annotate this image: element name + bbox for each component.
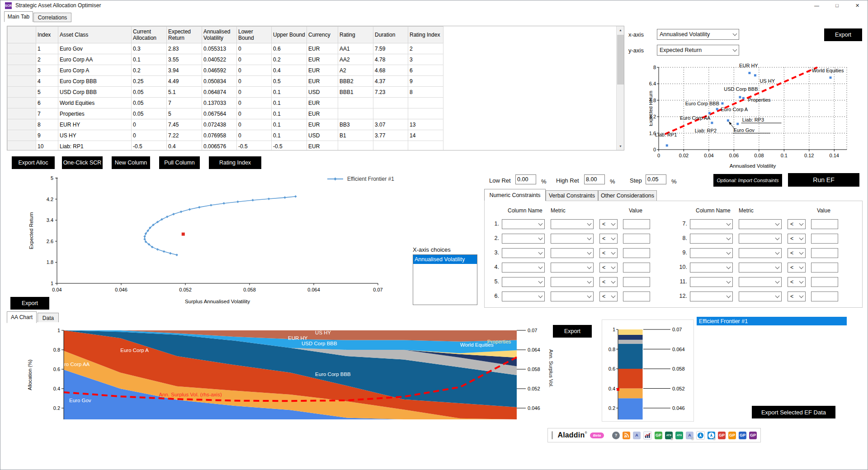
atx-icon[interactable]: ATX — [675, 432, 683, 439]
table-cell[interactable]: 7.59 — [373, 43, 408, 54]
gp-blue-icon[interactable]: GP — [739, 432, 746, 439]
table-cell[interactable] — [408, 108, 443, 119]
table-cell[interactable] — [338, 108, 373, 119]
row-header[interactable] — [8, 76, 36, 87]
gp-red-icon[interactable]: GP — [718, 432, 726, 439]
table-cell[interactable]: 0.4 — [167, 141, 202, 151]
operator-select[interactable]: < — [599, 234, 618, 244]
table-cell[interactable]: 2 — [408, 43, 443, 54]
table-cell[interactable]: 14 — [408, 130, 443, 141]
table-cell[interactable]: 0 — [237, 108, 272, 119]
column-name-select[interactable] — [502, 234, 545, 244]
table-cell[interactable]: 3.07 — [373, 119, 408, 130]
operator-select[interactable]: < — [599, 263, 618, 273]
operator-select[interactable]: < — [599, 248, 618, 258]
table-cell[interactable]: BBB2 — [338, 76, 373, 87]
table-cell[interactable]: -0.5 — [237, 141, 272, 151]
table-cell[interactable]: 4.68 — [373, 65, 408, 76]
table-cell[interactable]: 7.22 — [167, 130, 202, 141]
tab-numeric-constraints[interactable]: Numeric Constraints — [484, 189, 546, 201]
metric-select[interactable] — [551, 248, 594, 258]
maximize-button[interactable]: □ — [827, 0, 847, 10]
metric-select[interactable] — [739, 263, 782, 273]
row-header[interactable] — [8, 54, 36, 65]
metric-select[interactable] — [551, 219, 594, 229]
table-cell[interactable] — [373, 98, 408, 108]
constraint-value-input[interactable] — [811, 248, 838, 258]
constraint-value-input[interactable] — [623, 219, 650, 229]
operator-select[interactable]: < — [788, 263, 806, 273]
table-cell[interactable]: 1 — [36, 43, 58, 54]
table-cell[interactable]: 0.25 — [132, 76, 167, 87]
table-cell[interactable]: 0.05 — [132, 87, 167, 98]
table-cell[interactable]: 7.23 — [373, 87, 408, 98]
table-cell[interactable] — [408, 141, 443, 151]
help-icon[interactable]: ? — [612, 432, 620, 439]
table-scrollbar[interactable]: ▲ ▼ — [616, 26, 624, 150]
table-cell[interactable]: 0.05 — [132, 108, 167, 119]
export-selected-ef-button[interactable]: Export Selected EF Data — [752, 406, 835, 418]
table-cell[interactable]: 3.55 — [167, 54, 202, 65]
column-name-select[interactable] — [690, 219, 733, 229]
operator-select[interactable]: < — [599, 291, 618, 301]
app-a-icon[interactable]: A — [633, 432, 641, 439]
aa-export-button[interactable]: Export — [553, 325, 592, 338]
table-cell[interactable]: 0.5 — [272, 76, 307, 87]
metric-select[interactable] — [551, 263, 594, 273]
import-constraints-button[interactable]: Optional: Import Constraints — [713, 174, 782, 187]
table-cell[interactable]: 5 — [167, 108, 202, 119]
table-cell[interactable]: USD — [307, 87, 338, 98]
column-name-select[interactable] — [690, 248, 733, 258]
constraint-value-input[interactable] — [623, 291, 650, 301]
column-name-select[interactable] — [502, 291, 545, 301]
compass-b-icon[interactable]: b — [708, 432, 715, 439]
row-header[interactable] — [8, 141, 36, 151]
metric-select[interactable] — [739, 248, 782, 258]
table-cell[interactable]: 7 — [167, 98, 202, 108]
table-cell[interactable]: 6 — [408, 65, 443, 76]
column-header[interactable]: Rating — [338, 27, 373, 43]
tab-correlations[interactable]: Correlations — [33, 13, 71, 22]
high-ret-input[interactable] — [584, 174, 605, 184]
row-header[interactable] — [8, 43, 36, 54]
table-cell[interactable]: 0.067564 — [202, 108, 237, 119]
table-cell[interactable]: 0 — [237, 87, 272, 98]
row-header[interactable] — [8, 87, 36, 98]
table-cell[interactable]: EUR — [307, 76, 338, 87]
table-cell[interactable]: 0 — [237, 54, 272, 65]
tab-data[interactable]: Data — [38, 313, 59, 323]
column-header[interactable]: Upper Bound — [272, 27, 307, 43]
table-cell[interactable]: 0.1 — [132, 54, 167, 65]
table-cell[interactable]: 0.1 — [272, 119, 307, 130]
low-ret-input[interactable] — [515, 174, 536, 184]
table-cell[interactable]: 0.6 — [272, 43, 307, 54]
table-cell[interactable]: 0.1 — [272, 87, 307, 98]
tab-aa-chart[interactable]: AA Chart — [7, 311, 37, 323]
table-cell[interactable] — [373, 108, 408, 119]
table-cell[interactable]: 0.2 — [272, 54, 307, 65]
table-cell[interactable]: Euro Corp BBB — [58, 76, 132, 87]
table-cell[interactable]: Properties — [58, 108, 132, 119]
column-header[interactable]: Duration — [373, 27, 408, 43]
column-name-select[interactable] — [690, 291, 733, 301]
table-cell[interactable]: 2.83 — [167, 43, 202, 54]
table-cell[interactable]: 0.3 — [132, 43, 167, 54]
scroll-down-icon[interactable]: ▼ — [617, 142, 624, 150]
table-cell[interactable]: 0.1 — [272, 108, 307, 119]
table-cell[interactable]: 0.4 — [272, 65, 307, 76]
metric-select[interactable] — [739, 234, 782, 244]
table-cell[interactable]: Euro Gov — [58, 43, 132, 54]
column-header[interactable]: Expected Return — [167, 27, 202, 43]
table-cell[interactable]: 3.94 — [167, 65, 202, 76]
x-axis-select[interactable]: Annualised Volatility — [657, 29, 739, 40]
column-header[interactable]: Index — [36, 27, 58, 43]
constraint-value-input[interactable] — [811, 291, 838, 301]
metric-select[interactable] — [739, 219, 782, 229]
table-cell[interactable]: 0 — [237, 130, 272, 141]
metric-select[interactable] — [551, 291, 594, 301]
table-cell[interactable]: 0 — [237, 43, 272, 54]
close-button[interactable]: ✕ — [847, 0, 868, 10]
constraint-value-input[interactable] — [623, 248, 650, 258]
scrollbar-thumb[interactable] — [617, 35, 624, 85]
metric-select[interactable] — [551, 234, 594, 244]
